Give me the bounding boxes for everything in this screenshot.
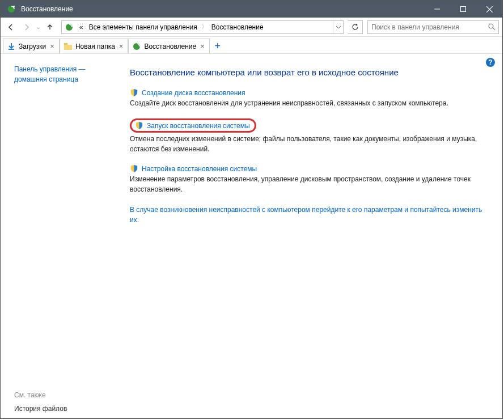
crumb-prefix[interactable]: « bbox=[77, 21, 86, 33]
body: Панель управления — домашняя страница См… bbox=[1, 54, 502, 418]
svg-rect-9 bbox=[64, 43, 67, 45]
tab-label: Новая папка bbox=[75, 43, 115, 50]
file-history-link[interactable]: История файлов bbox=[14, 405, 116, 413]
maximize-button[interactable] bbox=[450, 1, 476, 18]
address-dropdown[interactable] bbox=[333, 21, 343, 33]
tab-recovery[interactable]: Восстановление × bbox=[128, 39, 209, 53]
create-recovery-drive-item: Создание диска восстановления Создайте д… bbox=[130, 88, 486, 108]
tab-label: Загрузки bbox=[19, 43, 46, 50]
item-description: Создайте диск восстановления для устране… bbox=[130, 99, 486, 108]
system-restore-item: Запуск восстановления системы Отмена пос… bbox=[130, 118, 486, 154]
svg-line-7 bbox=[493, 28, 495, 30]
app-icon bbox=[4, 5, 19, 14]
titlebar: Восстановление bbox=[1, 1, 502, 18]
navbar: ⌄ « Все элементы панели управления 〉 Вос… bbox=[1, 18, 502, 37]
item-description: Отмена последних изменений в системе; фа… bbox=[130, 134, 486, 154]
content: ? Восстановление компьютера или возврат … bbox=[122, 54, 502, 418]
window-title: Восстановление bbox=[19, 5, 424, 13]
sidebar: Панель управления — домашняя страница См… bbox=[1, 54, 122, 418]
search-box[interactable] bbox=[367, 20, 499, 34]
close-button[interactable] bbox=[476, 1, 502, 18]
svg-rect-2 bbox=[461, 7, 466, 12]
download-icon bbox=[7, 42, 16, 51]
tab-downloads[interactable]: Загрузки × bbox=[3, 39, 60, 53]
see-also-label: См. также bbox=[14, 391, 116, 399]
tab-strip: Загрузки × Новая папка × Восстановление … bbox=[1, 37, 502, 54]
help-icon[interactable]: ? bbox=[485, 57, 495, 67]
search-input[interactable] bbox=[368, 23, 485, 31]
tab-close-button[interactable]: × bbox=[49, 42, 56, 50]
open-system-restore-link[interactable]: Запуск восстановления системы bbox=[147, 122, 250, 130]
shield-icon bbox=[130, 164, 138, 173]
page-title: Восстановление компьютера или возврат ег… bbox=[130, 67, 486, 77]
refresh-button[interactable] bbox=[348, 20, 363, 34]
svg-text:?: ? bbox=[488, 58, 492, 66]
new-tab-button[interactable]: + bbox=[210, 39, 226, 53]
svg-point-5 bbox=[66, 24, 73, 31]
shield-icon bbox=[135, 121, 143, 130]
svg-point-6 bbox=[489, 24, 493, 28]
recent-dropdown[interactable]: ⌄ bbox=[36, 23, 41, 31]
search-icon[interactable] bbox=[485, 23, 498, 31]
tab-label: Восстановление bbox=[144, 43, 196, 50]
crumb-all-items[interactable]: Все элементы панели управления bbox=[86, 21, 200, 33]
recovery-icon bbox=[132, 42, 141, 51]
address-icon bbox=[62, 21, 77, 33]
configure-system-restore-link[interactable]: Настройка восстановления системы bbox=[142, 165, 257, 173]
svg-point-10 bbox=[133, 43, 140, 50]
folder-icon bbox=[63, 42, 73, 51]
up-button[interactable] bbox=[43, 20, 57, 34]
address-bar[interactable]: « Все элементы панели управления 〉 Восст… bbox=[61, 20, 344, 34]
tab-close-button[interactable]: × bbox=[199, 42, 206, 50]
pc-settings-link[interactable]: В случае возникновения неисправностей с … bbox=[130, 205, 486, 225]
control-panel-home-link[interactable]: Панель управления — домашняя страница bbox=[14, 64, 116, 84]
chevron-right-icon[interactable]: 〉 bbox=[200, 23, 209, 31]
window: Восстановление ⌄ « Все элементы панели у… bbox=[0, 0, 503, 419]
tab-close-button[interactable]: × bbox=[118, 42, 125, 50]
highlight-annotation: Запуск восстановления системы bbox=[130, 118, 256, 133]
back-button[interactable] bbox=[4, 20, 18, 34]
crumb-recovery[interactable]: Восстановление bbox=[209, 21, 266, 33]
item-description: Изменение параметров восстановления, упр… bbox=[130, 175, 486, 194]
minimize-button[interactable] bbox=[424, 1, 450, 18]
shield-icon bbox=[130, 88, 138, 97]
window-buttons bbox=[424, 1, 502, 18]
configure-restore-item: Настройка восстановления системы Изменен… bbox=[130, 164, 486, 194]
create-recovery-drive-link[interactable]: Создание диска восстановления bbox=[142, 89, 245, 97]
svg-point-0 bbox=[8, 6, 15, 12]
forward-button[interactable] bbox=[20, 20, 33, 34]
tab-new-folder[interactable]: Новая папка × bbox=[60, 39, 129, 53]
